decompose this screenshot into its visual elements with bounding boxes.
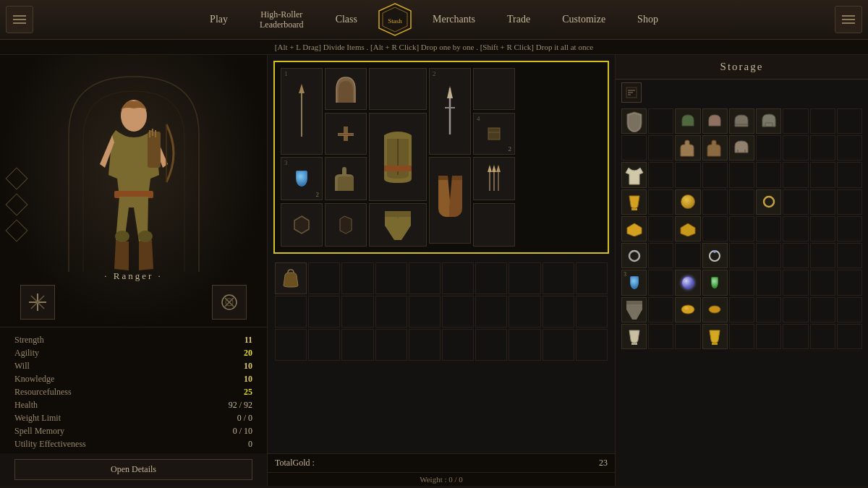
storage-cell-gold-2[interactable]	[675, 216, 700, 241]
storage-cell-helmet-3[interactable]	[729, 108, 754, 134]
stash-cell[interactable]	[341, 296, 373, 328]
chest-slot[interactable]	[369, 113, 427, 201]
stash-cell[interactable]	[509, 296, 540, 328]
storage-cell-empty[interactable]	[783, 108, 808, 134]
nav-class[interactable]: Class	[320, 0, 373, 40]
storage-cell-potion-1[interactable]: 3	[621, 270, 647, 295]
storage-cell-gold-1[interactable]	[621, 216, 647, 241]
stash-cell[interactable]	[409, 329, 441, 361]
ammo-slot[interactable]	[473, 157, 515, 200]
storage-cell-empty[interactable]	[756, 324, 781, 349]
stash-cell[interactable]	[375, 262, 407, 294]
stash-cell[interactable]	[308, 296, 340, 328]
nav-trade[interactable]: Trade	[491, 0, 546, 40]
stash-cell[interactable]	[475, 329, 507, 361]
storage-cell-empty[interactable]	[702, 189, 728, 215]
storage-grid-container[interactable]: 3	[616, 106, 868, 486]
utility-slot-3[interactable]	[325, 203, 367, 247]
utility-slot[interactable]: 4 2	[473, 113, 515, 155]
storage-cell-empty[interactable]	[837, 189, 862, 215]
storage-cell-empty[interactable]	[810, 108, 835, 134]
storage-cell-shirt[interactable]	[621, 162, 647, 187]
storage-cell-empty[interactable]	[756, 135, 781, 160]
storage-cell-empty[interactable]	[810, 324, 835, 349]
storage-cell-empty[interactable]	[837, 324, 862, 349]
storage-cell-gloves-2[interactable]	[702, 135, 728, 160]
stash-cell[interactable]	[375, 329, 407, 361]
storage-cell-empty[interactable]	[837, 135, 862, 160]
storage-cell-nugget-1[interactable]	[675, 297, 700, 322]
pants-slot[interactable]	[369, 203, 427, 247]
stash-cell[interactable]	[475, 262, 507, 294]
storage-cell-empty[interactable]	[648, 135, 673, 160]
storage-sort-button[interactable]	[621, 82, 642, 103]
storage-cell-empty[interactable]	[621, 135, 647, 160]
open-details-button[interactable]: Open Details	[14, 459, 252, 480]
storage-cell-orb[interactable]	[675, 270, 700, 295]
storage-cell-empty[interactable]	[810, 216, 835, 241]
stash-cell[interactable]	[308, 262, 340, 294]
nav-shop[interactable]: Shop	[621, 0, 674, 40]
storage-cell-empty[interactable]	[648, 243, 673, 268]
storage-cell-empty[interactable]	[783, 189, 808, 215]
stash-cell[interactable]	[542, 329, 574, 361]
storage-cell-empty[interactable]	[729, 189, 754, 215]
stash-cell[interactable]	[275, 296, 307, 328]
stash-cell[interactable]	[442, 329, 474, 361]
stash-cell[interactable]	[409, 296, 441, 328]
stash-cell[interactable]	[509, 329, 540, 361]
gloves-slot[interactable]	[325, 157, 367, 200]
storage-cell-empty[interactable]	[837, 108, 862, 134]
potion-slot[interactable]: 3 2	[281, 157, 323, 200]
storage-cell-empty[interactable]	[648, 108, 673, 134]
storage-cell-empty[interactable]	[837, 270, 862, 295]
storage-cell-helmet-4[interactable]	[756, 108, 781, 134]
skill-slot-left[interactable]	[20, 285, 55, 320]
storage-cell-empty[interactable]	[729, 243, 754, 268]
stash-cell[interactable]	[275, 329, 307, 361]
storage-cell-empty[interactable]	[783, 135, 808, 160]
storage-cell-coin[interactable]	[675, 189, 700, 215]
storage-cell-empty[interactable]	[756, 216, 781, 241]
stash-cell[interactable]	[442, 296, 474, 328]
empty-slot-2[interactable]	[473, 68, 515, 110]
storage-cell-empty[interactable]	[783, 162, 808, 187]
ranged-slot[interactable]	[325, 113, 367, 155]
storage-cell-empty[interactable]	[837, 216, 862, 241]
storage-cell-empty[interactable]	[702, 162, 728, 187]
nav-high-roller[interactable]: High-RollerLeaderboard	[244, 0, 320, 40]
utility-slot-2[interactable]	[281, 203, 323, 247]
storage-cell-pants[interactable]	[621, 297, 647, 322]
storage-cell-gloves-1[interactable]	[675, 135, 700, 160]
storage-cell-empty[interactable]	[756, 270, 781, 295]
storage-cell-cup-3[interactable]	[702, 324, 728, 349]
stash-cell[interactable]	[542, 296, 574, 328]
stash-cell[interactable]	[409, 262, 441, 294]
storage-cell-cup-2[interactable]	[621, 324, 647, 349]
nav-right-button[interactable]	[835, 6, 862, 33]
stash-cell[interactable]	[475, 296, 507, 328]
stash-cell[interactable]	[308, 329, 340, 361]
nav-merchants[interactable]: Merchants	[417, 0, 491, 40]
storage-cell-potion-2[interactable]	[702, 270, 728, 295]
storage-cell-ring-2[interactable]	[621, 243, 647, 268]
storage-cell-nugget-2[interactable]	[702, 297, 728, 322]
helmet-slot[interactable]	[325, 68, 367, 110]
stash-cell[interactable]	[341, 329, 373, 361]
stash-cell[interactable]	[375, 296, 407, 328]
stash-cell[interactable]	[542, 262, 574, 294]
storage-cell-empty[interactable]	[837, 243, 862, 268]
storage-cell-empty[interactable]	[783, 270, 808, 295]
storage-cell-helmet-2[interactable]	[702, 108, 728, 134]
storage-cell-empty[interactable]	[783, 216, 808, 241]
stash-cell[interactable]	[509, 262, 540, 294]
weapon-slot-1[interactable]: 1	[281, 68, 323, 155]
storage-cell-empty[interactable]	[756, 162, 781, 187]
storage-cell-empty[interactable]	[837, 297, 862, 322]
storage-cell-empty[interactable]	[648, 216, 673, 241]
storage-cell-empty[interactable]	[810, 189, 835, 215]
storage-cell-empty[interactable]	[648, 270, 673, 295]
nav-play[interactable]: Play	[194, 0, 244, 40]
storage-cell-empty[interactable]	[810, 243, 835, 268]
storage-cell-empty[interactable]	[675, 324, 700, 349]
